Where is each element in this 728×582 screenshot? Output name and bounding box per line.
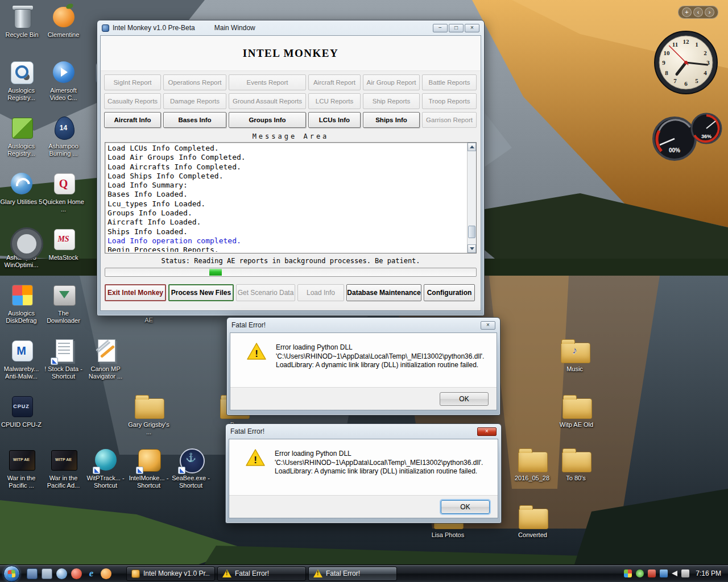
dialog-titlebar[interactable]: Fatal Error! ×	[226, 424, 501, 439]
message-area[interactable]: Load LCUs Info Completed. Load Air Group…	[105, 142, 477, 253]
add-gadget-button[interactable]: +	[682, 7, 692, 17]
firefox-icon[interactable]	[101, 568, 111, 579]
taskbar-button-fatal-error-1[interactable]: Fatal Error!	[217, 567, 306, 581]
fatal-error-dialog-1: Fatal Error! × ! Error loading Python DL…	[226, 317, 500, 415]
warning-icon: !	[245, 448, 266, 467]
lcus-info-button[interactable]: LCUs Info	[308, 112, 361, 128]
desktop-icon-metastock[interactable]: MS MetaStock	[42, 226, 85, 261]
battle-reports-button[interactable]: Battle Reports	[422, 74, 477, 90]
desktop-icon-witp-ae-old-folder[interactable]: Witp AE Old	[555, 393, 598, 429]
volume-tray-icon[interactable]	[672, 571, 677, 576]
desktop-icon-war-in-the-pacific-1[interactable]: WITP AE War in the Pacific ...	[0, 447, 43, 489]
desktop-icon-music-folder[interactable]: Music	[553, 338, 596, 373]
desktop-icon-to-80s-folder[interactable]: To 80's	[555, 447, 597, 482]
internet-explorer-icon[interactable]: e	[86, 568, 97, 579]
desktop-icon-recycle-bin[interactable]: Recycle Bin	[1, 3, 43, 39]
desktop-icon-ashampoo-winoptimizer[interactable]: Ashampoo WinOptimi...	[0, 226, 43, 269]
damage-reports-button[interactable]: Damage Reports	[163, 93, 226, 109]
desktop-icon-war-in-the-pacific-2[interactable]: WITP AE War in the Pacific Ad...	[42, 447, 85, 489]
database-maintenance-button[interactable]: Database Maintenance	[346, 284, 421, 301]
scrollbar-thumb[interactable]	[468, 226, 475, 238]
music-note-icon	[572, 345, 577, 356]
dialog-titlebar[interactable]: Fatal Error! ×	[227, 318, 500, 332]
aircraft-report-button[interactable]: Aircraft Report	[308, 74, 361, 90]
ok-button[interactable]: OK	[441, 500, 490, 514]
network-tray-icon[interactable]	[681, 569, 689, 577]
process-new-files-button[interactable]: Process New Files	[168, 284, 234, 301]
desktop-icon-malwarebytes[interactable]: M Malwareby... Anti-Malw...	[0, 338, 43, 380]
operations-report-button[interactable]: Operations Report	[163, 74, 226, 90]
scroll-down-icon[interactable]	[468, 244, 476, 253]
desktop-icon-witptracker-shortcut[interactable]: WitPTrack... - Shortcut	[84, 447, 127, 489]
groups-info-button[interactable]: Groups Info	[229, 112, 306, 128]
message-scrollbar[interactable]	[467, 143, 476, 253]
antivirus-tray-icon[interactable]	[648, 569, 656, 577]
scroll-up-icon[interactable]	[468, 143, 476, 151]
bases-info-button[interactable]: Bases Info	[163, 112, 226, 128]
desktop-icon-gary-grigsbys-folder[interactable]: Gary Grigsby's ...	[127, 393, 170, 436]
cpu-meter-gadget[interactable]: 00% 36%	[652, 110, 723, 167]
close-button[interactable]: ×	[477, 427, 497, 436]
desktop-icon-auslogics-registry-2[interactable]: Auslogics Registry...	[0, 115, 43, 157]
desktop-icon-clementine[interactable]: Clementine	[42, 3, 85, 39]
desktop-icon-quicken[interactable]: Q Quicken Home ...	[42, 171, 85, 213]
close-button[interactable]: ×	[481, 321, 495, 330]
media-player-icon[interactable]	[56, 568, 67, 579]
icon-glyph: CPUZ	[13, 404, 30, 409]
warning-icon	[222, 569, 231, 577]
taskbar-button-intel-monkey[interactable]: Intel Monkey v1.0 Pr...	[126, 567, 215, 581]
opera-icon[interactable]	[71, 568, 82, 579]
desktop-icon-ashampoo-burning[interactable]: 14 Ashampoo Burning ...	[42, 115, 85, 157]
desktop-icon-canon-mp-navigator[interactable]: Canon MP Navigator ...	[84, 338, 127, 380]
casualty-reports-button[interactable]: Casualty Reports	[104, 93, 161, 109]
clock-numeral: 2	[704, 49, 707, 56]
aircraft-info-button[interactable]: Aircraft Info	[104, 112, 161, 128]
gpu-tray-icon[interactable]	[624, 569, 632, 577]
desktop-icon-glary-utilities[interactable]: Glary Utilities 5	[0, 171, 43, 206]
garrison-report-button[interactable]: Garrison Report	[422, 112, 477, 128]
desktop-ic-the-downloader[interactable]: The Downloader	[42, 282, 85, 325]
desktop-icon-auslogics-registry-1[interactable]: Auslogics Registry...	[0, 59, 43, 102]
desktop-icon-intelmonkey-shortcut[interactable]: IntelMonke... - Shortcut	[127, 447, 170, 489]
exit-intel-monkey-button[interactable]: Exit Intel Monkey	[105, 284, 166, 301]
air-group-report-button[interactable]: Air Group Report	[363, 74, 420, 90]
ships-info-button[interactable]: Ships Info	[363, 112, 420, 128]
desktop-icon-auslogics-diskdefrag[interactable]: Auslogics DiskDefrag	[0, 282, 43, 325]
taskbar-button-fatal-error-2[interactable]: Fatal Error!	[308, 567, 397, 581]
desktop-icon-aimersoft-video[interactable]: Aimersoft Video C...	[42, 59, 85, 102]
ok-button[interactable]: OK	[440, 392, 489, 406]
switch-windows-icon[interactable]	[42, 568, 52, 579]
icon-label: The Downloader	[42, 310, 85, 325]
ground-assault-reports-button[interactable]: Ground Assault Reports	[229, 93, 306, 109]
close-button[interactable]: ×	[465, 24, 479, 32]
window-titlebar[interactable]: Intel Monkey v1.0 Pre-Beta Main Window −…	[97, 20, 484, 35]
show-desktop-icon[interactable]	[27, 568, 38, 579]
update-tray-icon[interactable]	[636, 569, 644, 577]
display-tray-icon[interactable]	[660, 569, 668, 577]
desktop-icon-stock-data-shortcut[interactable]: ! Stock Data - Shortcut	[42, 338, 85, 380]
desktop-icon-cpuid-cpuz[interactable]: CPUZ CPUID CPU-Z	[0, 393, 43, 429]
warning-icon: !	[246, 342, 267, 360]
taskbar-clock[interactable]: 7:16 PM	[696, 569, 721, 577]
lcu-reports-button[interactable]: LCU Reports	[308, 93, 361, 109]
desktop-icon-seabee-shortcut[interactable]: SeaBee.exe - Shortcut	[169, 447, 212, 489]
maximize-button[interactable]: □	[449, 24, 464, 32]
events-report-button[interactable]: Events Report	[229, 74, 306, 90]
gadget-page-prev-button[interactable]: ‹	[693, 7, 703, 17]
desktop-icon-converted-folder[interactable]: Converted	[511, 504, 554, 539]
clock-gadget[interactable]: 12 1 2 3 4 5 6 7 8 9 10 11	[653, 30, 719, 98]
configuration-button[interactable]: Configuration	[424, 284, 475, 301]
get-scenario-data-button[interactable]: Get Scenario Data	[236, 284, 295, 301]
ship-reports-button[interactable]: Ship Reports	[363, 93, 420, 109]
minimize-button[interactable]: −	[433, 24, 448, 32]
load-info-button[interactable]: Load Info	[297, 284, 344, 301]
start-button[interactable]	[3, 566, 20, 582]
troop-reports-button[interactable]: Troop Reports	[422, 93, 477, 109]
sigint-report-button[interactable]: SigInt Report	[104, 74, 161, 90]
menu-main-window[interactable]: Main Window	[212, 23, 258, 33]
clock-numeral: 5	[695, 77, 698, 84]
gadget-page-next-button[interactable]: ›	[705, 7, 714, 17]
desktop-icon-2016-05-28-folder[interactable]: 2016_05_28	[511, 447, 553, 482]
log-line: Load Air Groups Info Completed.	[107, 153, 466, 162]
icon-label: Auslogics DiskDefrag	[0, 310, 43, 325]
